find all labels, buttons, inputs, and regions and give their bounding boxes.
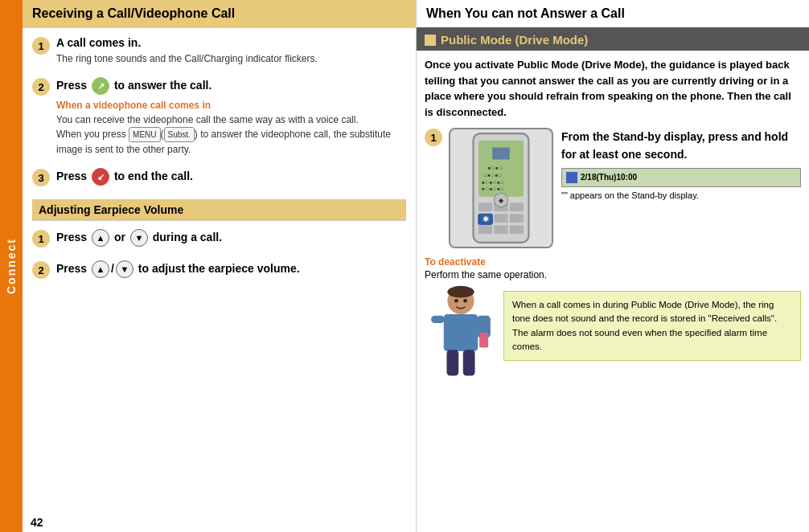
svg-text:■ □ ■ □ ■ □: ■ □ ■ □ ■ □ bbox=[482, 180, 504, 185]
svg-point-27 bbox=[454, 299, 458, 303]
deactivate-desc: Perform the same operation. bbox=[425, 269, 801, 280]
step-2-desc: You can receive the videophone call the … bbox=[56, 113, 406, 157]
screen-car-icon bbox=[566, 172, 577, 183]
svg-rect-22 bbox=[431, 316, 445, 323]
svg-rect-11 bbox=[478, 203, 492, 211]
step-1-title: A call comes in. bbox=[56, 36, 406, 49]
step-3-number: 3 bbox=[32, 169, 50, 186]
adjusting-earpiece-header: Adjusting Earpiece Volume bbox=[32, 199, 406, 221]
or-text: or bbox=[114, 231, 125, 243]
step-2-content: Press ↗ to answer the call. When a video… bbox=[56, 77, 406, 157]
info-box: When a call comes in during Public Mode … bbox=[503, 291, 801, 361]
svg-rect-13 bbox=[510, 214, 524, 223]
substep-2-number: 2 bbox=[32, 261, 50, 279]
svg-text:□ ■ □ ■ □: □ ■ □ ■ □ bbox=[483, 173, 502, 178]
substep-2-content: Press ▲/▼ to adjust the earpiece volume. bbox=[56, 260, 406, 280]
svg-rect-25 bbox=[446, 350, 458, 375]
phone-illustration: ■ □ ■ □ □ ■ □ ■ □ ■ □ ■ □ ■ □ ■ □ ■ □ ■ … bbox=[449, 128, 553, 248]
svg-text:✱: ✱ bbox=[483, 215, 489, 223]
menu-pill: MENU bbox=[129, 127, 160, 142]
screen-note: "" appears on the Stand-by display. bbox=[561, 189, 801, 203]
step-1-content: A call comes in. The ring tone sounds an… bbox=[56, 36, 406, 66]
step-2: 2 Press ↗ to answer the call. When a vid… bbox=[32, 77, 406, 157]
right-col-content: Once you activate Public Mode (Drive Mod… bbox=[417, 51, 809, 387]
phone-svg: ■ □ ■ □ □ ■ □ ■ □ ■ □ ■ □ ■ □ ■ □ ■ □ ■ … bbox=[461, 132, 541, 244]
step-3: 3 Press ↙ to end the call. bbox=[32, 168, 406, 188]
public-mode-step-1-desc: From the Stand-by display, press and hol… bbox=[561, 128, 801, 203]
svg-rect-21 bbox=[444, 314, 478, 351]
screen-display: 2/18(Thu)10:00 bbox=[561, 168, 801, 187]
main-content: Receiving a Call/Videophone Call 1 A cal… bbox=[23, 0, 809, 532]
svg-rect-12 bbox=[494, 214, 507, 223]
svg-point-20 bbox=[447, 286, 474, 298]
vol-down-icon: ▼ bbox=[130, 229, 148, 247]
left-section-header: Receiving a Call/Videophone Call bbox=[23, 0, 416, 28]
step-3-content: Press ↙ to end the call. bbox=[56, 168, 406, 188]
step-1-desc: The ring tone sounds and the Call/Chargi… bbox=[56, 51, 406, 66]
public-mode-label: Public Mode (Drive Mode) bbox=[441, 33, 588, 47]
svg-rect-10 bbox=[510, 203, 524, 211]
public-mode-step-1-number: 1 bbox=[425, 129, 442, 146]
public-mode-header: Public Mode (Drive Mode) bbox=[417, 29, 809, 51]
page-number: 42 bbox=[23, 513, 416, 532]
step-1: 1 A call comes in. The ring tone sounds … bbox=[32, 36, 406, 66]
left-column: Receiving a Call/Videophone Call 1 A cal… bbox=[23, 0, 417, 532]
svg-text:■ □ ■ □ ■ □: ■ □ ■ □ ■ □ bbox=[482, 186, 504, 191]
sidebar-tab: Connect bbox=[0, 0, 23, 532]
character-svg bbox=[425, 284, 497, 381]
substep-1: 1 Press ▲ or ▼ during a call. bbox=[32, 229, 406, 249]
svg-rect-16 bbox=[510, 225, 524, 234]
substep-2: 2 Press ▲/▼ to adjust the earpiece volum… bbox=[32, 260, 406, 280]
step-2-title: Press ↗ to answer the call. bbox=[56, 77, 406, 95]
subst-pill: Subst. bbox=[164, 127, 195, 142]
svg-rect-14 bbox=[478, 225, 492, 234]
svg-rect-2 bbox=[492, 147, 510, 159]
public-mode-step-1: 1 ■ □ ■ □ □ ■ □ ■ □ ■ □ ■ □ ■ □ bbox=[425, 128, 801, 248]
step-2-number: 2 bbox=[32, 78, 50, 96]
right-column: When You can not Answer a Call Public Mo… bbox=[417, 0, 809, 532]
svg-text:◆: ◆ bbox=[499, 197, 504, 204]
end-button-icon: ↙ bbox=[92, 168, 109, 186]
sidebar-label: Connect bbox=[5, 238, 18, 294]
vol-up-icon: ▲ bbox=[92, 229, 109, 247]
left-section-content: 1 A call comes in. The ring tone sounds … bbox=[23, 28, 416, 513]
substep-1-number: 1 bbox=[32, 230, 50, 248]
substep-2-title: Press ▲/▼ to adjust the earpiece volume. bbox=[56, 260, 406, 278]
to-deactivate-label: To deactivate bbox=[425, 256, 801, 268]
svg-rect-24 bbox=[479, 333, 488, 347]
vol-down-icon-2: ▼ bbox=[116, 260, 133, 278]
step-2-subtitle: When a videophone call comes in bbox=[56, 100, 406, 111]
svg-point-28 bbox=[463, 299, 467, 303]
svg-rect-15 bbox=[494, 225, 507, 234]
public-mode-intro: Once you activate Public Mode (Drive Mod… bbox=[425, 57, 801, 120]
svg-rect-26 bbox=[463, 350, 475, 375]
step-3-title: Press ↙ to end the call. bbox=[56, 168, 406, 186]
right-section-header: When You can not Answer a Call bbox=[417, 0, 809, 29]
answer-button-icon: ↗ bbox=[92, 77, 109, 95]
vol-up-icon-2: ▲ bbox=[92, 260, 109, 278]
columns: Receiving a Call/Videophone Call 1 A cal… bbox=[23, 0, 809, 532]
step-1-number: 1 bbox=[32, 37, 50, 55]
substep-1-title: Press ▲ or ▼ during a call. bbox=[56, 229, 406, 247]
character-area: When a call comes in during Public Mode … bbox=[425, 284, 801, 381]
substep-1-content: Press ▲ or ▼ during a call. bbox=[56, 229, 406, 249]
svg-text:■ □ ■ □: ■ □ ■ □ bbox=[488, 166, 503, 170]
